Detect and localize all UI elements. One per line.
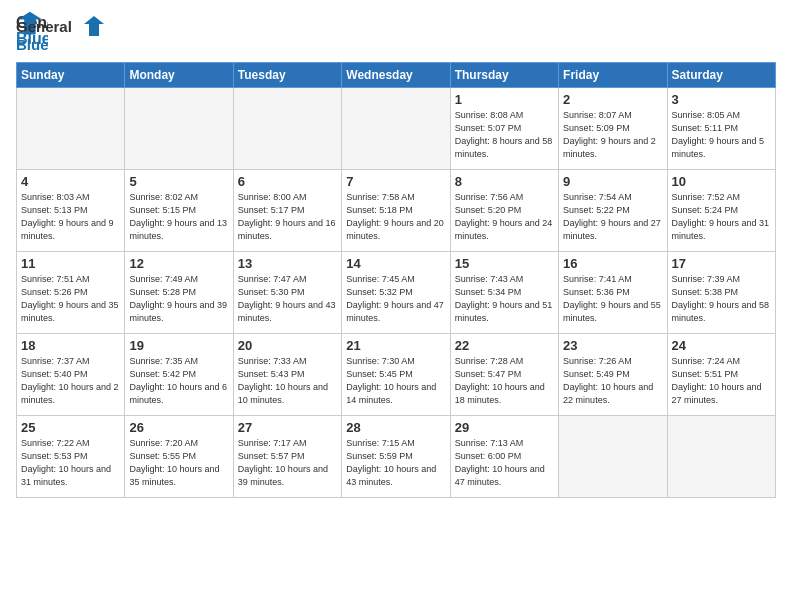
calendar-cell: 15Sunrise: 7:43 AMSunset: 5:34 PMDayligh… — [450, 252, 558, 334]
calendar-cell — [233, 88, 341, 170]
calendar-cell: 25Sunrise: 7:22 AMSunset: 5:53 PMDayligh… — [17, 416, 125, 498]
calendar-cell: 16Sunrise: 7:41 AMSunset: 5:36 PMDayligh… — [559, 252, 667, 334]
calendar-week-4: 18Sunrise: 7:37 AMSunset: 5:40 PMDayligh… — [17, 334, 776, 416]
day-info: Sunrise: 7:26 AMSunset: 5:49 PMDaylight:… — [563, 355, 662, 407]
day-number: 20 — [238, 338, 337, 353]
svg-marker-4 — [84, 16, 104, 36]
day-info: Sunrise: 7:58 AMSunset: 5:18 PMDaylight:… — [346, 191, 445, 243]
weekday-header-sunday: Sunday — [17, 63, 125, 88]
day-number: 25 — [21, 420, 120, 435]
day-number: 6 — [238, 174, 337, 189]
calendar-cell: 21Sunrise: 7:30 AMSunset: 5:45 PMDayligh… — [342, 334, 450, 416]
day-info: Sunrise: 7:56 AMSunset: 5:20 PMDaylight:… — [455, 191, 554, 243]
calendar-cell: 2Sunrise: 8:07 AMSunset: 5:09 PMDaylight… — [559, 88, 667, 170]
day-info: Sunrise: 8:07 AMSunset: 5:09 PMDaylight:… — [563, 109, 662, 161]
day-number: 14 — [346, 256, 445, 271]
calendar-cell: 10Sunrise: 7:52 AMSunset: 5:24 PMDayligh… — [667, 170, 775, 252]
day-number: 8 — [455, 174, 554, 189]
day-number: 3 — [672, 92, 771, 107]
calendar-cell — [342, 88, 450, 170]
day-number: 16 — [563, 256, 662, 271]
calendar-cell: 19Sunrise: 7:35 AMSunset: 5:42 PMDayligh… — [125, 334, 233, 416]
day-info: Sunrise: 7:37 AMSunset: 5:40 PMDaylight:… — [21, 355, 120, 407]
day-info: Sunrise: 7:43 AMSunset: 5:34 PMDaylight:… — [455, 273, 554, 325]
day-number: 19 — [129, 338, 228, 353]
day-number: 7 — [346, 174, 445, 189]
calendar-cell: 22Sunrise: 7:28 AMSunset: 5:47 PMDayligh… — [450, 334, 558, 416]
calendar-table: SundayMondayTuesdayWednesdayThursdayFrid… — [16, 62, 776, 498]
day-info: Sunrise: 7:35 AMSunset: 5:42 PMDaylight:… — [129, 355, 228, 407]
calendar-cell: 7Sunrise: 7:58 AMSunset: 5:18 PMDaylight… — [342, 170, 450, 252]
day-number: 27 — [238, 420, 337, 435]
day-info: Sunrise: 8:05 AMSunset: 5:11 PMDaylight:… — [672, 109, 771, 161]
day-number: 12 — [129, 256, 228, 271]
day-info: Sunrise: 7:47 AMSunset: 5:30 PMDaylight:… — [238, 273, 337, 325]
calendar-cell: 1Sunrise: 8:08 AMSunset: 5:07 PMDaylight… — [450, 88, 558, 170]
weekday-header-saturday: Saturday — [667, 63, 775, 88]
day-info: Sunrise: 8:08 AMSunset: 5:07 PMDaylight:… — [455, 109, 554, 161]
calendar-cell: 6Sunrise: 8:00 AMSunset: 5:17 PMDaylight… — [233, 170, 341, 252]
calendar-cell — [125, 88, 233, 170]
day-number: 2 — [563, 92, 662, 107]
day-info: Sunrise: 7:41 AMSunset: 5:36 PMDaylight:… — [563, 273, 662, 325]
day-number: 9 — [563, 174, 662, 189]
calendar-cell: 28Sunrise: 7:15 AMSunset: 5:59 PMDayligh… — [342, 416, 450, 498]
day-number: 1 — [455, 92, 554, 107]
day-number: 21 — [346, 338, 445, 353]
calendar-cell: 8Sunrise: 7:56 AMSunset: 5:20 PMDaylight… — [450, 170, 558, 252]
calendar-cell: 17Sunrise: 7:39 AMSunset: 5:38 PMDayligh… — [667, 252, 775, 334]
calendar-cell — [559, 416, 667, 498]
day-info: Sunrise: 7:39 AMSunset: 5:38 PMDaylight:… — [672, 273, 771, 325]
day-number: 5 — [129, 174, 228, 189]
day-info: Sunrise: 7:51 AMSunset: 5:26 PMDaylight:… — [21, 273, 120, 325]
day-info: Sunrise: 8:02 AMSunset: 5:15 PMDaylight:… — [129, 191, 228, 243]
calendar-cell: 9Sunrise: 7:54 AMSunset: 5:22 PMDaylight… — [559, 170, 667, 252]
svg-text:Blue: Blue — [16, 36, 49, 53]
day-info: Sunrise: 7:54 AMSunset: 5:22 PMDaylight:… — [563, 191, 662, 243]
calendar-cell: 27Sunrise: 7:17 AMSunset: 5:57 PMDayligh… — [233, 416, 341, 498]
calendar-week-5: 25Sunrise: 7:22 AMSunset: 5:53 PMDayligh… — [17, 416, 776, 498]
calendar-cell: 12Sunrise: 7:49 AMSunset: 5:28 PMDayligh… — [125, 252, 233, 334]
day-info: Sunrise: 7:24 AMSunset: 5:51 PMDaylight:… — [672, 355, 771, 407]
calendar-cell — [17, 88, 125, 170]
calendar-cell: 18Sunrise: 7:37 AMSunset: 5:40 PMDayligh… — [17, 334, 125, 416]
calendar-cell: 3Sunrise: 8:05 AMSunset: 5:11 PMDaylight… — [667, 88, 775, 170]
day-number: 28 — [346, 420, 445, 435]
day-info: Sunrise: 8:03 AMSunset: 5:13 PMDaylight:… — [21, 191, 120, 243]
day-number: 10 — [672, 174, 771, 189]
day-number: 29 — [455, 420, 554, 435]
calendar-week-1: 1Sunrise: 8:08 AMSunset: 5:07 PMDaylight… — [17, 88, 776, 170]
day-info: Sunrise: 7:52 AMSunset: 5:24 PMDaylight:… — [672, 191, 771, 243]
day-number: 17 — [672, 256, 771, 271]
calendar-week-3: 11Sunrise: 7:51 AMSunset: 5:26 PMDayligh… — [17, 252, 776, 334]
weekday-header-friday: Friday — [559, 63, 667, 88]
day-number: 15 — [455, 256, 554, 271]
calendar-week-2: 4Sunrise: 8:03 AMSunset: 5:13 PMDaylight… — [17, 170, 776, 252]
day-info: Sunrise: 7:20 AMSunset: 5:55 PMDaylight:… — [129, 437, 228, 489]
day-number: 13 — [238, 256, 337, 271]
calendar-cell: 4Sunrise: 8:03 AMSunset: 5:13 PMDaylight… — [17, 170, 125, 252]
calendar-cell: 23Sunrise: 7:26 AMSunset: 5:49 PMDayligh… — [559, 334, 667, 416]
header: General Blue General Blue — [16, 10, 776, 54]
day-info: Sunrise: 7:45 AMSunset: 5:32 PMDaylight:… — [346, 273, 445, 325]
calendar-cell: 26Sunrise: 7:20 AMSunset: 5:55 PMDayligh… — [125, 416, 233, 498]
day-number: 11 — [21, 256, 120, 271]
calendar-cell: 11Sunrise: 7:51 AMSunset: 5:26 PMDayligh… — [17, 252, 125, 334]
day-info: Sunrise: 7:17 AMSunset: 5:57 PMDaylight:… — [238, 437, 337, 489]
day-number: 26 — [129, 420, 228, 435]
svg-text:General: General — [16, 18, 72, 35]
day-info: Sunrise: 7:13 AMSunset: 6:00 PMDaylight:… — [455, 437, 554, 489]
calendar-cell: 24Sunrise: 7:24 AMSunset: 5:51 PMDayligh… — [667, 334, 775, 416]
day-info: Sunrise: 7:33 AMSunset: 5:43 PMDaylight:… — [238, 355, 337, 407]
day-info: Sunrise: 7:30 AMSunset: 5:45 PMDaylight:… — [346, 355, 445, 407]
day-info: Sunrise: 7:22 AMSunset: 5:53 PMDaylight:… — [21, 437, 120, 489]
day-info: Sunrise: 7:49 AMSunset: 5:28 PMDaylight:… — [129, 273, 228, 325]
day-number: 24 — [672, 338, 771, 353]
weekday-header-tuesday: Tuesday — [233, 63, 341, 88]
day-number: 23 — [563, 338, 662, 353]
weekday-header-monday: Monday — [125, 63, 233, 88]
calendar-cell: 14Sunrise: 7:45 AMSunset: 5:32 PMDayligh… — [342, 252, 450, 334]
day-info: Sunrise: 7:15 AMSunset: 5:59 PMDaylight:… — [346, 437, 445, 489]
calendar-cell: 13Sunrise: 7:47 AMSunset: 5:30 PMDayligh… — [233, 252, 341, 334]
calendar-cell: 20Sunrise: 7:33 AMSunset: 5:43 PMDayligh… — [233, 334, 341, 416]
